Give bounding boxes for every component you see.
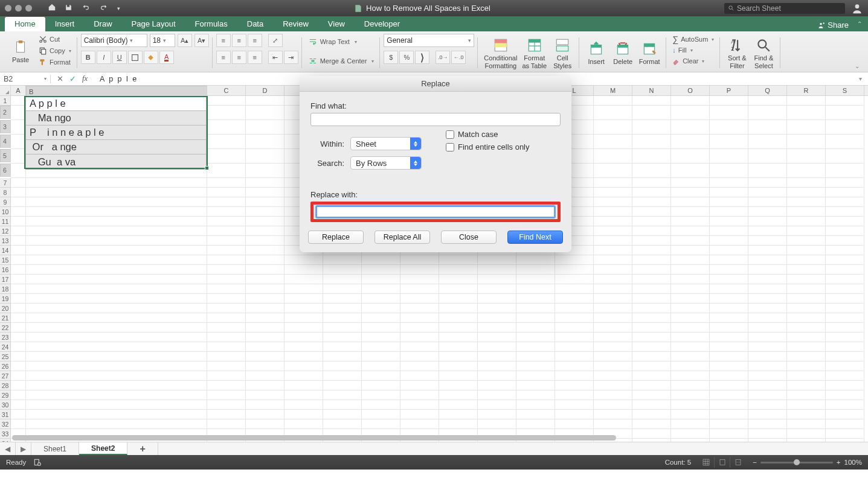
replace-all-button[interactable]: Replace All xyxy=(375,231,430,244)
cell[interactable] xyxy=(748,149,787,164)
cell[interactable] xyxy=(787,164,826,178)
cell[interactable] xyxy=(400,381,439,390)
font-size-select[interactable]: 18▾ xyxy=(150,34,175,47)
cell[interactable] xyxy=(594,178,632,188)
cell[interactable] xyxy=(362,352,400,361)
cell[interactable] xyxy=(671,96,710,106)
row-header[interactable]: 18 xyxy=(0,284,11,294)
cell[interactable] xyxy=(710,371,748,381)
row-header[interactable]: 25 xyxy=(0,352,11,361)
cell[interactable] xyxy=(632,352,671,361)
cell[interactable] xyxy=(516,265,555,275)
cell[interactable] xyxy=(710,96,748,106)
cell[interactable] xyxy=(323,419,362,429)
cell[interactable] xyxy=(207,149,246,164)
cell[interactable] xyxy=(516,284,555,294)
cell[interactable] xyxy=(710,304,748,313)
cell[interactable] xyxy=(594,207,632,217)
cell[interactable] xyxy=(671,381,710,390)
cell[interactable] xyxy=(11,304,26,313)
cell[interactable] xyxy=(787,381,826,390)
decrease-indent-button[interactable]: ⇤ xyxy=(268,51,283,64)
cell[interactable] xyxy=(285,342,323,352)
cell[interactable] xyxy=(787,361,826,371)
cell[interactable] xyxy=(671,342,710,352)
align-right-button[interactable]: ≡ xyxy=(248,51,262,64)
cell[interactable] xyxy=(632,120,671,135)
cell[interactable] xyxy=(594,226,632,236)
decrease-font-button[interactable]: A▾ xyxy=(194,34,209,47)
cell[interactable] xyxy=(26,294,207,304)
cell[interactable] xyxy=(594,106,632,120)
cell[interactable] xyxy=(632,371,671,381)
cell[interactable] xyxy=(710,333,748,342)
increase-indent-button[interactable]: ⇥ xyxy=(284,51,298,64)
row-header[interactable]: 34 xyxy=(0,439,11,442)
cell[interactable] xyxy=(594,135,632,149)
cell[interactable] xyxy=(246,275,285,284)
cell[interactable] xyxy=(323,371,362,381)
cell[interactable] xyxy=(285,333,323,342)
close-button[interactable]: Close xyxy=(441,231,497,244)
cell[interactable] xyxy=(26,390,207,400)
cell[interactable] xyxy=(11,120,26,135)
cell[interactable] xyxy=(285,361,323,371)
formula-bar-expand-icon[interactable]: ▾ xyxy=(859,75,862,82)
cell[interactable] xyxy=(246,96,285,106)
cell[interactable] xyxy=(285,390,323,400)
data-cell[interactable]: Or a nge xyxy=(26,140,206,154)
cell[interactable] xyxy=(632,304,671,313)
cell[interactable] xyxy=(555,342,594,352)
cell[interactable] xyxy=(207,226,246,236)
save-icon[interactable] xyxy=(65,4,72,13)
cell[interactable] xyxy=(594,188,632,197)
cell[interactable] xyxy=(246,304,285,313)
cell[interactable] xyxy=(11,371,26,381)
cell-styles-button[interactable]: Cell Styles xyxy=(549,34,576,72)
cell[interactable] xyxy=(748,284,787,294)
cell[interactable] xyxy=(826,197,864,207)
cell[interactable] xyxy=(671,410,710,419)
fx-icon[interactable]: fx xyxy=(82,74,88,83)
cell[interactable] xyxy=(671,284,710,294)
cell[interactable] xyxy=(362,361,400,371)
row-header[interactable]: 14 xyxy=(0,246,11,255)
cell[interactable] xyxy=(787,197,826,207)
cell[interactable] xyxy=(594,96,632,106)
cell[interactable] xyxy=(246,371,285,381)
cell[interactable] xyxy=(671,419,710,429)
cell[interactable] xyxy=(826,217,864,226)
cell[interactable] xyxy=(362,390,400,400)
cell[interactable] xyxy=(748,275,787,284)
redo-icon[interactable] xyxy=(99,4,109,13)
cell[interactable] xyxy=(555,361,594,371)
cell[interactable] xyxy=(516,410,555,419)
column-header-N[interactable]: N xyxy=(632,86,671,95)
row-header[interactable]: 24 xyxy=(0,342,11,352)
cell[interactable] xyxy=(478,304,516,313)
cell[interactable] xyxy=(400,333,439,342)
ribbon-tab-insert[interactable]: Insert xyxy=(45,17,85,31)
scrollbar-thumb[interactable] xyxy=(12,435,616,441)
autosum-button[interactable]: ∑AutoSum▾ xyxy=(670,34,716,45)
cell[interactable] xyxy=(555,294,594,304)
cell[interactable] xyxy=(671,188,710,197)
cell[interactable] xyxy=(710,236,748,246)
cell[interactable] xyxy=(246,419,285,429)
cell[interactable] xyxy=(826,284,864,294)
row-header[interactable]: 8 xyxy=(0,188,11,197)
cell[interactable] xyxy=(285,255,323,265)
cell[interactable] xyxy=(826,149,864,164)
cell[interactable] xyxy=(787,106,826,120)
cell[interactable] xyxy=(246,226,285,236)
ribbon-tab-view[interactable]: View xyxy=(318,17,355,31)
cell[interactable] xyxy=(478,265,516,275)
copy-button[interactable]: Copy▾ xyxy=(36,45,74,56)
cell[interactable] xyxy=(826,120,864,135)
cell[interactable] xyxy=(787,255,826,265)
underline-button[interactable]: U xyxy=(112,51,127,64)
cell[interactable] xyxy=(439,390,478,400)
row-header[interactable]: 32 xyxy=(0,419,11,429)
cell[interactable] xyxy=(710,342,748,352)
cell[interactable] xyxy=(516,342,555,352)
